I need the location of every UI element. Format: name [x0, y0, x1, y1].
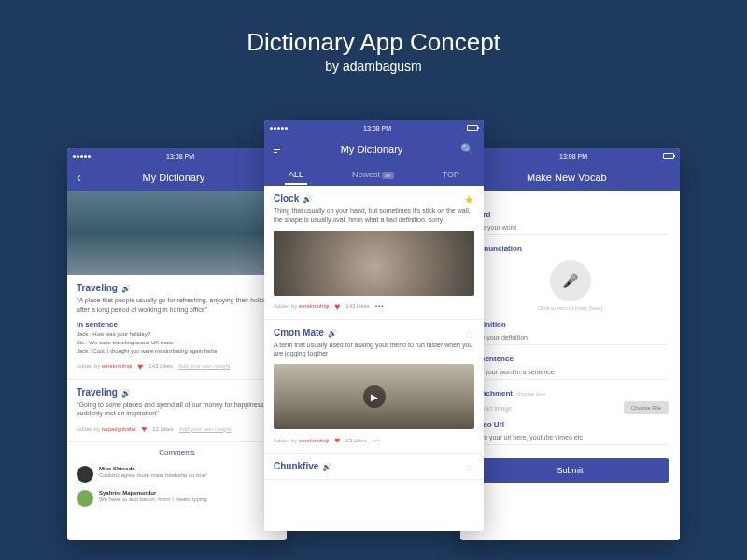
- form-area: Word Pronunciation 🎤 Click to record (ma…: [460, 191, 680, 540]
- sound-icon[interactable]: 🔊: [303, 195, 312, 203]
- added-by: Added by emakmuhaji: [274, 303, 329, 309]
- entry-definition: "Going to some places and spend all of o…: [77, 400, 277, 419]
- choose-file-button[interactable]: Choose File: [624, 401, 669, 414]
- menu-icon[interactable]: [274, 147, 283, 153]
- heart-icon[interactable]: ♥: [334, 301, 340, 312]
- phone-screen-detail: 13:08 PM ‹ My Dictionary Traveling🔊 "A p…: [67, 148, 287, 540]
- tab-badge: 34: [382, 172, 394, 179]
- likes-count: 13 Likes: [345, 438, 366, 443]
- input-definition[interactable]: [472, 330, 669, 345]
- star-icon[interactable]: ☆: [464, 461, 474, 474]
- sound-icon[interactable]: 🔊: [322, 463, 331, 471]
- label-pronunciation: Pronunciation: [472, 245, 669, 253]
- dialogue: Jack : How was your holiday? Me : We wer…: [77, 330, 277, 356]
- label-attachment: Attachmentchoose one: [472, 389, 669, 398]
- entry-word: Traveling: [77, 387, 118, 398]
- phone-screen-form: 13:08 PM ‹ Make New Vocab Word Pronuncia…: [460, 148, 680, 540]
- battery-icon: [467, 125, 478, 131]
- label-video: Video Url: [472, 420, 669, 428]
- comments-label: Comments: [67, 448, 287, 456]
- entry-meta: Added by emakmuhaji ♥ 143 Likes Add your…: [77, 361, 277, 371]
- entry-meta: Added by emakmuhaji ♥ 13 Likes •••: [274, 435, 474, 445]
- page-title: Dictionary App Concept: [0, 28, 747, 57]
- page-subtitle: by adambagusm: [0, 59, 747, 74]
- input-sentence[interactable]: [472, 365, 669, 380]
- sound-icon[interactable]: 🔊: [328, 329, 337, 338]
- likes-count: 143 Likes: [148, 363, 173, 369]
- signal-icon: [73, 155, 91, 158]
- content-area: Traveling🔊 "A place that people usually …: [67, 191, 287, 540]
- comment-author: Syahrini Majumundur: [99, 490, 207, 496]
- star-icon[interactable]: ☆: [464, 328, 474, 341]
- added-by: Added by emakmuhaji: [77, 363, 132, 369]
- comment-row: Syahrini Majumundur We have to add bacon…: [67, 486, 287, 511]
- entry-traveling-2[interactable]: Traveling🔊 "Going to some places and spe…: [67, 380, 287, 443]
- nav-bar: ‹ Make New Vocab: [460, 163, 680, 191]
- more-icon[interactable]: •••: [373, 438, 381, 443]
- status-bar: 13:08 PM: [460, 148, 680, 163]
- status-time: 13:08 PM: [166, 153, 194, 160]
- nav-title: My Dictionary: [341, 144, 403, 155]
- tab-newest[interactable]: Newest34: [348, 170, 398, 179]
- heart-icon[interactable]: ♥: [334, 435, 340, 445]
- comment-text: We have to add bacon, hmm I meant typing: [99, 497, 207, 502]
- input-word[interactable]: [472, 220, 669, 235]
- nav-title: My Dictionary: [143, 172, 205, 183]
- label-word: Word: [472, 210, 669, 218]
- entry-image-clock: [274, 231, 474, 296]
- tab-top[interactable]: TOP: [439, 170, 463, 179]
- added-by: Added by bapakguhaha: [77, 427, 135, 432]
- entry-clock[interactable]: Clock🔊 ★ Thing that usually on your hand…: [264, 186, 484, 320]
- hero-image: [67, 191, 287, 275]
- label-sentence: In Sentence: [472, 355, 669, 363]
- entry-word: Clock: [274, 193, 299, 203]
- nav-bar: My Dictionary 🔍: [264, 135, 484, 163]
- play-icon[interactable]: ▶: [363, 385, 386, 408]
- comment-row: Mike Shinoda Couldn't agree more mate ha…: [67, 462, 287, 486]
- back-icon[interactable]: ‹: [77, 170, 81, 185]
- battery-icon: [663, 153, 674, 159]
- status-bar: 13:08 PM: [67, 148, 287, 163]
- likes-count: 12 Likes: [152, 427, 173, 432]
- nav-bar: ‹ My Dictionary: [67, 163, 287, 191]
- status-bar: 13:08 PM: [264, 120, 484, 135]
- tab-bar: ALL Newest34 TOP: [264, 163, 484, 186]
- entry-chunkfive[interactable]: Chunkfive🔊 ☆: [264, 454, 484, 480]
- page-header: Dictionary App Concept by adambagusm: [0, 0, 747, 92]
- signal-icon: [270, 127, 288, 130]
- comment-author: Mike Shinoda: [99, 466, 207, 471]
- content-area: Clock🔊 ★ Thing that usually on your hand…: [264, 186, 484, 531]
- entry-definition: A term that usually used for asking your…: [274, 341, 474, 359]
- entry-word: Chunkfive: [274, 461, 318, 471]
- likes-count: 143 Likes: [345, 303, 370, 309]
- heart-icon[interactable]: ♥: [141, 424, 147, 434]
- entry-word: Cmon Mate: [274, 328, 324, 338]
- add-insight-link[interactable]: Add your own insight: [179, 427, 232, 432]
- status-time: 13:08 PM: [363, 125, 391, 132]
- record-button[interactable]: 🎤: [550, 260, 591, 301]
- comment-text: Couldn't agree more mate haahaha so true…: [99, 472, 207, 478]
- tab-all[interactable]: ALL: [285, 170, 307, 179]
- more-icon[interactable]: •••: [375, 303, 384, 309]
- add-insight-link[interactable]: Add your own insight: [178, 363, 231, 369]
- input-video-url[interactable]: [472, 430, 669, 445]
- search-icon[interactable]: 🔍: [460, 143, 474, 156]
- submit-button[interactable]: Submit: [472, 458, 669, 483]
- added-by: Added by emakmuhaji: [274, 438, 329, 443]
- heart-icon[interactable]: ♥: [137, 361, 143, 371]
- record-hint: Click to record (max 5sec): [472, 305, 669, 311]
- entry-traveling-1[interactable]: Traveling🔊 "A place that people usually …: [67, 275, 287, 380]
- avatar: [77, 490, 93, 507]
- entry-video-thumb[interactable]: ▶: [274, 364, 474, 429]
- entry-definition: "A place that people usually go for refr…: [77, 296, 277, 315]
- status-time: 13:08 PM: [559, 153, 587, 160]
- entry-definition: Thing that usually on your hand, but som…: [274, 206, 474, 225]
- sound-icon[interactable]: 🔊: [121, 285, 131, 293]
- star-icon[interactable]: ★: [464, 193, 474, 206]
- phone-screen-list: 13:08 PM My Dictionary 🔍 ALL Newest34 TO…: [264, 120, 484, 531]
- avatar: [77, 466, 93, 483]
- label-definition: Definition: [472, 320, 669, 329]
- sound-icon[interactable]: 🔊: [121, 389, 131, 398]
- entry-cmon-mate[interactable]: Cmon Mate🔊 ☆ A term that usually used fo…: [264, 320, 484, 455]
- sentence-label: in sentence: [77, 320, 277, 329]
